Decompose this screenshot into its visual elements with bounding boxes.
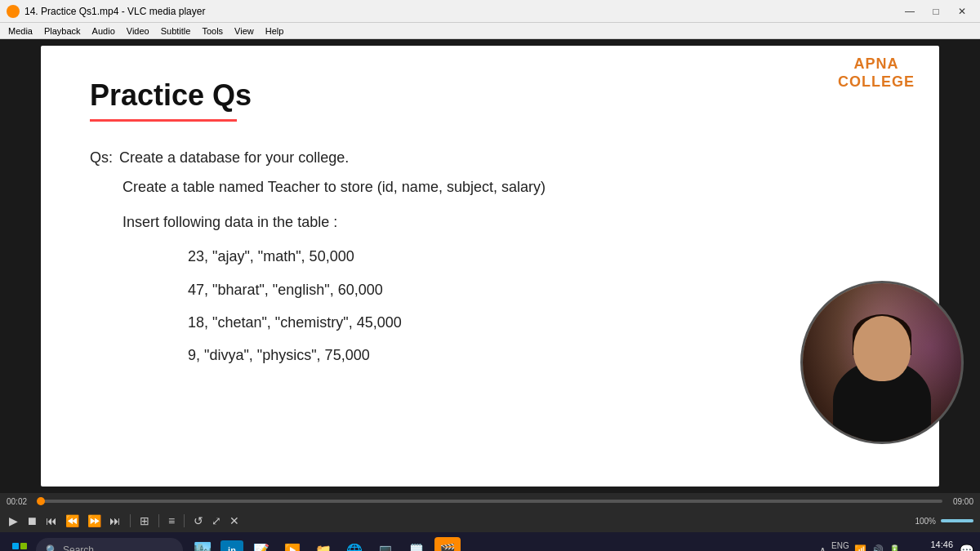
close-button[interactable]: ✕ — [951, 3, 973, 20]
fast-fwd-button[interactable]: ⏩ — [85, 511, 104, 531]
extended-button[interactable]: ≡ — [166, 511, 177, 531]
vlc-app-icon — [7, 5, 20, 18]
apna-text: APNA — [838, 56, 915, 73]
college-text: COLLEGE — [838, 73, 915, 91]
taskbar-widget-icon[interactable]: 🏙️ — [189, 537, 216, 551]
taskbar-vlc-icon[interactable]: 🎬 — [434, 537, 461, 551]
taskbar-chrome-icon[interactable]: 🌐 — [341, 537, 368, 551]
controls-bar: ▶ ⏹ ⏮ ⏪ ⏩ ⏭ ⊞ ≡ ↺ ⤢ ✕ 100% — [0, 509, 980, 532]
data-row-2: 47, "bharat", "english", 60,000 — [90, 277, 890, 303]
progress-dot — [37, 497, 45, 505]
loop-button[interactable]: ↺ — [191, 511, 206, 531]
slide-title: Practice Qs — [90, 78, 890, 113]
clock-area[interactable]: 14:46 09-05-2024 — [907, 539, 953, 551]
notification-icon[interactable]: 💬 — [960, 544, 973, 551]
menu-help[interactable]: Help — [261, 23, 289, 39]
taskbar-notes-icon[interactable]: 🗒️ — [403, 537, 430, 551]
rewind-button[interactable]: ⏪ — [63, 511, 82, 531]
tray-chevron-icon[interactable]: ∧ — [819, 544, 826, 551]
prev-button[interactable]: ⏮ — [43, 511, 60, 531]
win-sq-1 — [12, 543, 19, 549]
sub-line-1: Create a table named Teacher to store (i… — [90, 174, 890, 200]
close-playlist-button[interactable]: ✕ — [227, 511, 242, 531]
taskbar-vscode-icon[interactable]: 💻 — [372, 537, 399, 551]
maximize-button[interactable]: □ — [924, 3, 947, 20]
question-main: Create a database for your college. — [119, 144, 349, 171]
menu-video[interactable]: Video — [122, 23, 154, 39]
taskbar-word-icon[interactable]: 📝 — [248, 537, 274, 551]
data-row-1: 23, "ajay", "math", 50,000 — [90, 243, 890, 269]
next-button[interactable]: ⏭ — [107, 511, 123, 531]
data-row-4: 9, "divya", "physics", 75,000 — [90, 342, 890, 368]
menu-media[interactable]: Media — [3, 23, 38, 39]
minimize-button[interactable]: — — [898, 3, 921, 20]
win-sq-2 — [20, 543, 27, 549]
windows-icon — [12, 543, 27, 551]
menu-tools[interactable]: Tools — [197, 23, 228, 39]
qs-label: Qs: — [90, 144, 113, 171]
volume-percent: 100% — [915, 517, 936, 526]
ctrl-separator-1 — [130, 514, 131, 527]
progress-track[interactable] — [38, 500, 942, 503]
taskbar-right: ∧ ENGIN 📶 🔊 🔋 14:46 09-05-2024 💬 — [819, 539, 973, 551]
apna-college-logo: APNA COLLEGE — [838, 56, 915, 91]
tray-lang-icon[interactable]: ENGIN — [831, 541, 849, 551]
slide-body: Qs: Create a database for your college. … — [90, 144, 890, 369]
question-line: Qs: Create a database for your college. — [90, 144, 890, 171]
taskbar-icons: 🏙️ in 📝 ▶️ 📁 🌐 💻 🗒️ 🎬 — [189, 537, 461, 551]
taskbar-linkedin-icon[interactable]: in — [220, 540, 243, 551]
sys-tray: ∧ ENGIN 📶 🔊 🔋 — [819, 541, 901, 551]
person-head — [853, 316, 911, 381]
window-controls: — □ ✕ — [898, 3, 973, 20]
chapter-button[interactable]: ⊞ — [137, 511, 152, 531]
slide-title-underline — [90, 119, 237, 122]
menu-view[interactable]: View — [229, 23, 259, 39]
menu-subtitle[interactable]: Subtitle — [156, 23, 196, 39]
title-bar-left: 14. Practice Qs1.mp4 - VLC media player — [7, 5, 205, 18]
data-row-3: 18, "chetan", "chemistry", 45,000 — [90, 309, 890, 335]
webcam-overlay — [800, 281, 964, 444]
menu-bar: Media Playback Audio Video Subtitle Tool… — [0, 23, 980, 39]
volume-fill — [941, 519, 973, 522]
taskbar-youtube-icon[interactable]: ▶️ — [279, 537, 305, 551]
start-button[interactable] — [7, 537, 33, 551]
title-bar: 14. Practice Qs1.mp4 - VLC media player … — [0, 0, 980, 23]
menu-playback[interactable]: Playback — [39, 23, 86, 39]
window-title: 14. Practice Qs1.mp4 - VLC media player — [24, 6, 205, 17]
shuffle-button[interactable]: ⤢ — [209, 511, 224, 531]
time-current: 00:02 — [7, 497, 33, 506]
ctrl-separator-2 — [158, 514, 159, 527]
clock-time: 14:46 — [907, 539, 953, 550]
search-icon: 🔍 — [46, 544, 58, 551]
sub-line-2: Insert following data in the table : — [90, 209, 890, 235]
volume-track[interactable] — [941, 519, 973, 522]
video-area: APNA COLLEGE Practice Qs Qs: Create a da… — [0, 39, 980, 493]
time-total: 09:00 — [947, 497, 973, 506]
tray-wifi-icon[interactable]: 📶 — [854, 544, 866, 551]
ctrl-separator-3 — [184, 514, 185, 527]
search-bar[interactable]: 🔍 Search — [36, 538, 183, 551]
tray-battery-icon[interactable]: 🔋 — [889, 544, 901, 551]
taskbar: 🔍 Search 🏙️ in 📝 ▶️ 📁 🌐 💻 🗒️ 🎬 ∧ ENGIN 📶… — [0, 532, 980, 551]
play-button[interactable]: ▶ — [7, 511, 20, 531]
taskbar-explorer-icon[interactable]: 📁 — [310, 537, 336, 551]
stop-button[interactable]: ⏹ — [24, 511, 40, 531]
search-label: Search — [63, 544, 94, 551]
tray-volume-icon[interactable]: 🔊 — [871, 544, 884, 551]
progress-area: 00:02 09:00 — [0, 493, 980, 509]
person-silhouette — [803, 283, 961, 442]
menu-audio[interactable]: Audio — [87, 23, 120, 39]
